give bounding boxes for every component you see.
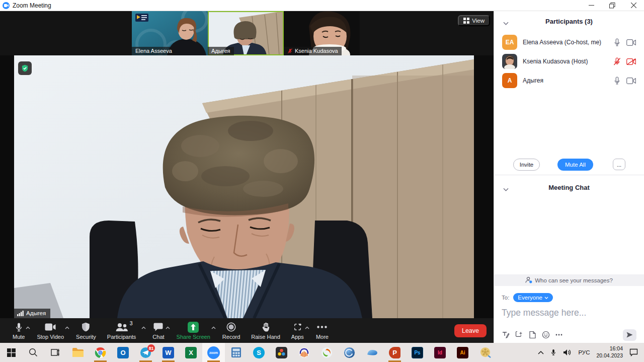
stop-video-button[interactable]: Stop Video xyxy=(37,322,64,340)
video-tile-elena[interactable]: Elena Asseeva xyxy=(132,11,208,55)
tray-expand-icon[interactable] xyxy=(538,350,544,354)
participants-panel-header: Participants (3) xyxy=(494,11,644,31)
taskbar-photoshop-icon[interactable]: Ps xyxy=(406,343,429,362)
start-button[interactable] xyxy=(0,343,22,362)
send-message-button[interactable] xyxy=(623,329,636,341)
encryption-shield-badge[interactable] xyxy=(18,61,32,75)
taskbar-movie-maker-icon[interactable] xyxy=(474,343,497,362)
speaker-video-frame xyxy=(14,55,474,318)
taskbar-outlook-icon[interactable]: O xyxy=(112,343,134,362)
more-button[interactable]: More xyxy=(316,322,329,340)
mic-icon[interactable] xyxy=(613,38,621,47)
participant-row-adygea[interactable]: A Адыгея xyxy=(494,73,644,89)
mute-all-button[interactable]: Mute All xyxy=(557,159,593,171)
avatar xyxy=(502,54,517,69)
mic-icon xyxy=(15,322,23,332)
minimize-icon[interactable] xyxy=(581,0,602,11)
mic-icon[interactable] xyxy=(613,77,621,85)
tray-date: 20.04.2023 xyxy=(596,352,623,359)
action-center-icon[interactable] xyxy=(629,348,638,356)
participants-button[interactable]: 3 Participants xyxy=(107,322,136,340)
chat-title: Meeting Chat xyxy=(548,184,590,191)
taskbar-illustrator-icon[interactable]: Ai xyxy=(451,343,474,362)
chat-bubble-icon xyxy=(153,323,163,331)
participants-options-caret[interactable] xyxy=(141,322,146,331)
video-tile-ksenia[interactable]: Ksenia Kudasova xyxy=(284,11,360,55)
language-indicator[interactable]: РУС xyxy=(578,349,590,355)
meeting-sidebar: Participants (3) EA Elena Asseeva (Co-ho… xyxy=(494,11,644,343)
taskbar-audacity-icon[interactable] xyxy=(293,343,315,362)
video-camera-icon[interactable] xyxy=(626,39,636,46)
task-view-button[interactable] xyxy=(44,343,66,362)
close-icon[interactable] xyxy=(623,0,644,11)
record-button[interactable]: Record xyxy=(222,322,240,340)
telegram-unread-badge: 81 xyxy=(147,344,155,352)
taskbar-telegram-icon[interactable]: 81 xyxy=(134,343,157,362)
taskbar-file-explorer-icon[interactable] xyxy=(66,343,89,362)
taskbar-chrome-icon[interactable] xyxy=(89,343,112,362)
share-screen-icon xyxy=(188,322,199,333)
tray-time: 16:04 xyxy=(596,345,623,352)
chat-privacy-bar[interactable]: Who can see your messages? xyxy=(494,274,644,286)
taskbar-word-icon[interactable]: W xyxy=(157,343,180,362)
speaker-name-label: Адыгея xyxy=(14,309,50,318)
taskbar-skype-icon[interactable]: S xyxy=(248,343,270,362)
taskbar-excel-icon[interactable]: X xyxy=(180,343,202,362)
leave-button[interactable]: Leave xyxy=(454,324,487,337)
chat-message-input[interactable] xyxy=(502,308,636,318)
mute-options-caret[interactable] xyxy=(26,322,30,331)
taskbar-search-button[interactable] xyxy=(22,343,44,362)
share-screen-button[interactable]: Share Screen xyxy=(177,322,210,340)
participants-icon xyxy=(115,323,128,332)
participants-title: Participants (3) xyxy=(545,18,593,25)
restore-icon[interactable] xyxy=(602,0,623,11)
chevron-down-icon xyxy=(544,297,548,299)
muted-mic-icon[interactable] xyxy=(613,57,621,66)
taskbar-calculator-icon[interactable] xyxy=(225,343,248,362)
privacy-person-icon xyxy=(525,277,532,283)
video-options-caret[interactable] xyxy=(65,322,69,331)
signal-strength-icon xyxy=(17,311,24,316)
tray-mic-icon[interactable] xyxy=(550,348,556,356)
invite-button[interactable]: Invite xyxy=(513,159,540,171)
format-text-icon[interactable] xyxy=(502,331,510,339)
taskbar-zoom-icon[interactable]: zoom xyxy=(202,343,225,362)
tile-name-label: Адыгея xyxy=(208,47,234,55)
shield-check-icon xyxy=(21,64,29,72)
taskbar-photo-app-icon[interactable] xyxy=(361,343,383,362)
security-button[interactable]: Security xyxy=(76,322,96,340)
share-options-caret[interactable] xyxy=(211,322,216,331)
apps-button[interactable]: Apps xyxy=(291,322,304,340)
compose-more-icon[interactable] xyxy=(555,334,562,336)
taskbar-indesign-icon[interactable]: Id xyxy=(429,343,451,362)
participants-more-button[interactable]: ... xyxy=(613,159,625,170)
video-camera-icon[interactable] xyxy=(626,78,636,84)
to-label: To: xyxy=(502,295,509,301)
chat-options-caret[interactable] xyxy=(166,322,170,331)
view-button[interactable]: View xyxy=(458,15,490,26)
taskbar-clock[interactable]: 16:04 20.04.2023 xyxy=(596,345,623,359)
mute-button[interactable]: Mute xyxy=(13,322,25,340)
raise-hand-icon xyxy=(262,322,270,332)
video-off-icon[interactable] xyxy=(626,58,636,65)
chat-collapse-icon[interactable] xyxy=(503,184,509,193)
recipient-selector[interactable]: Everyone xyxy=(513,293,553,302)
chat-button[interactable]: Chat xyxy=(152,322,164,340)
apps-icon xyxy=(293,322,302,332)
participants-collapse-icon[interactable] xyxy=(503,18,509,27)
video-tile-adygea[interactable]: Адыгея xyxy=(208,11,284,55)
participant-row-ksenia[interactable]: Ksenia Kudasova (Host) xyxy=(494,53,644,69)
search-icon xyxy=(29,348,38,357)
raise-hand-button[interactable]: Raise Hand xyxy=(251,322,280,340)
screenshot-icon[interactable] xyxy=(515,331,523,339)
zoom-meeting-window: Zoom Meeting xyxy=(0,0,644,362)
participant-row-elena[interactable]: EA Elena Asseeva (Co-host, me) xyxy=(494,34,644,50)
taskbar-powerpoint-icon[interactable]: P xyxy=(383,343,406,362)
emoji-icon[interactable] xyxy=(542,331,550,339)
taskbar-davinci-resolve-icon[interactable] xyxy=(270,343,293,362)
file-icon[interactable] xyxy=(529,331,536,339)
tray-volume-icon[interactable] xyxy=(563,349,572,356)
apps-options-caret[interactable] xyxy=(305,322,309,331)
taskbar-media-app-icon[interactable] xyxy=(315,343,338,362)
taskbar-glary-utilities-icon[interactable] xyxy=(338,343,361,362)
